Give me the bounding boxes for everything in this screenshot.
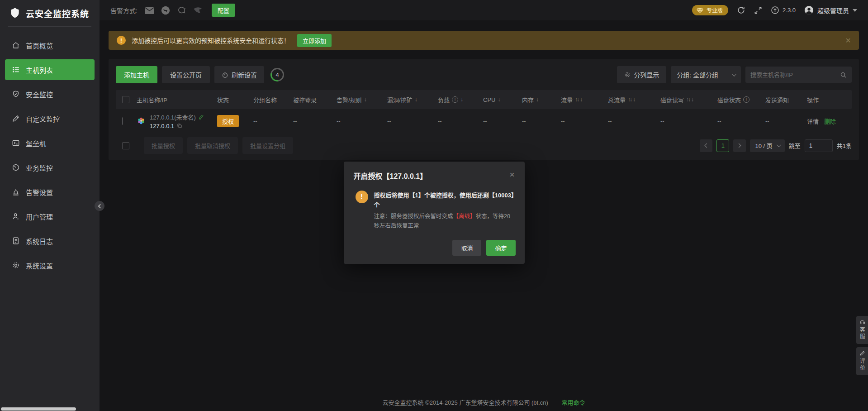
cell-total-traffic: -- <box>608 118 660 124</box>
wechat-icon[interactable] <box>177 6 186 15</box>
sidebar-menu: 首页概览 主机列表 安全监控 自定义监控 堡垒机 业务监控 <box>0 33 100 277</box>
dingtalk-icon[interactable] <box>161 6 170 15</box>
modal-message: 授权后将使用【1】个被控授权，使用后还剩【10003】个 <box>374 191 515 210</box>
delete-link[interactable]: 删除 <box>824 117 836 125</box>
refresh-countdown: 4 <box>270 68 284 81</box>
horizontal-scrollbar-thumb[interactable] <box>1 407 76 411</box>
row-checkbox[interactable] <box>122 117 123 125</box>
authorize-tag-button[interactable]: 授权 <box>217 115 239 127</box>
plan-badge[interactable]: 专业版 <box>692 5 728 15</box>
sidebar-item-home[interactable]: 首页概览 <box>5 35 95 56</box>
version-label: 2.3.0 <box>783 7 796 14</box>
sort-down-icon[interactable]: ↓ <box>498 96 500 103</box>
config-button[interactable]: 配置 <box>212 4 235 17</box>
app-window: 云安全监控系统 首页概览 主机列表 安全监控 自定义监控 堡垒机 <box>0 0 868 411</box>
copy-icon[interactable] <box>177 123 182 129</box>
os-icon <box>137 116 146 125</box>
user-name: 超级管理员 <box>817 6 849 15</box>
batch-cancel-authorize-button[interactable]: 批量取消授权 <box>187 137 238 154</box>
sort-down-icon[interactable]: ↓ <box>460 96 463 103</box>
sidebar-item-business-monitor[interactable]: 业务监控 <box>5 157 95 178</box>
add-now-button[interactable]: 立即添加 <box>297 34 332 47</box>
user-menu[interactable]: 超级管理员 <box>804 5 857 15</box>
sort-updown-icon[interactable]: ↑↓ <box>686 96 690 103</box>
app-logo: 云安全监控系统 <box>0 0 100 26</box>
batch-row: 批量授权 批量取消授权 批量设置分组 1 10 / 页 跳至 共1条 <box>116 137 852 154</box>
page-size-dropdown[interactable]: 10 / 页 <box>750 139 784 152</box>
col-actions: 操作 <box>807 96 852 104</box>
search-icon[interactable] <box>840 72 847 78</box>
refresh-settings-label: 刷新设置 <box>232 70 257 79</box>
feedback-widget[interactable]: 评价 <box>856 347 868 375</box>
sort-updown-icon[interactable]: ↑↓ <box>575 96 579 103</box>
authorize-modal: 开启授权【127.0.0.1】 × ! 授权后将使用【1】个被控授权，使用后还剩… <box>344 162 525 264</box>
notice-close-icon[interactable]: × <box>845 36 851 45</box>
mail-icon[interactable] <box>145 7 154 14</box>
sidebar-item-system-log[interactable]: 系统日志 <box>5 230 95 251</box>
public-page-button[interactable]: 设置公开页 <box>162 66 210 83</box>
current-page[interactable]: 1 <box>716 139 729 152</box>
common-commands-link[interactable]: 常用命令 <box>562 399 585 406</box>
sidebar-item-user-management[interactable]: 用户管理 <box>5 206 95 227</box>
total-count: 共1条 <box>837 141 852 150</box>
detail-link[interactable]: 详情 <box>807 117 819 125</box>
cell-notify: -- <box>765 118 807 124</box>
confirm-button[interactable]: 确定 <box>486 240 515 256</box>
sort-down-icon[interactable]: ↓ <box>580 96 583 103</box>
add-host-button[interactable]: 添加主机 <box>116 66 157 83</box>
alarm-icon <box>12 188 20 196</box>
cell-cpu: -- <box>483 118 522 124</box>
feishu-icon[interactable] <box>193 6 203 14</box>
log-file-icon <box>12 237 20 245</box>
chevron-left-icon <box>98 204 102 208</box>
host-ip: 127.0.0.1 <box>150 123 174 129</box>
sort-down-icon[interactable]: ↓ <box>536 96 539 103</box>
sidebar-item-security[interactable]: 安全监控 <box>5 84 95 105</box>
sidebar-item-label: 主机列表 <box>26 65 53 75</box>
copyright-text: 云安全监控系统 ©2014-2025 广东堡塔安全技术有限公司 (bt.cn) <box>382 399 548 406</box>
pencil-icon <box>12 115 20 123</box>
prev-page-button[interactable] <box>700 139 712 152</box>
search-input[interactable] <box>750 72 840 78</box>
sort-down-icon[interactable]: ↓ <box>691 96 694 103</box>
gauge-icon <box>12 163 20 172</box>
footer: 云安全监控系统 ©2014-2025 广东堡塔安全技术有限公司 (bt.cn) … <box>100 398 868 406</box>
column-display-button[interactable]: 分列显示 <box>617 66 666 83</box>
sort-updown-icon[interactable]: ↑↓ <box>628 96 631 103</box>
sidebar-item-bastion[interactable]: 堡垒机 <box>5 133 95 153</box>
jump-page-input[interactable] <box>805 139 833 152</box>
cell-vuln-mining: -- <box>387 118 438 124</box>
chevron-down-icon <box>732 72 736 76</box>
sidebar-item-system-settings[interactable]: 系统设置 <box>5 255 95 276</box>
support-widget[interactable]: 客服 <box>856 316 868 344</box>
sidebar-item-custom-monitor[interactable]: 自定义监控 <box>5 108 95 129</box>
cancel-button[interactable]: 取消 <box>452 240 481 256</box>
sort-down-icon[interactable]: ↓ <box>364 96 367 103</box>
sidebar-item-host-list[interactable]: 主机列表 <box>5 59 95 80</box>
select-all-checkbox[interactable] <box>122 96 129 103</box>
col-memory: 内存↓ <box>522 96 561 104</box>
sort-down-icon[interactable]: ↓ <box>415 96 417 103</box>
edit-name-icon[interactable] <box>199 114 204 119</box>
search-box <box>745 67 852 83</box>
next-page-button[interactable] <box>733 139 746 152</box>
batch-authorize-button[interactable]: 批量授权 <box>144 137 183 154</box>
version-box[interactable]: 2.3.0 <box>771 6 796 14</box>
avatar-icon <box>804 5 814 15</box>
gear-small-icon <box>624 72 631 78</box>
group-filter-dropdown[interactable]: 分组: 全部分组 <box>671 66 741 83</box>
refresh-settings-button[interactable]: 刷新设置 <box>214 66 264 83</box>
sidebar-item-alert-settings[interactable]: 告警设置 <box>5 182 95 202</box>
sidebar-item-label: 系统设置 <box>26 261 53 270</box>
app-title: 云安全监控系统 <box>26 7 89 19</box>
batch-set-group-button[interactable]: 批量设置分组 <box>242 137 293 154</box>
refresh-icon[interactable] <box>737 6 745 14</box>
modal-close-icon[interactable]: × <box>509 170 514 179</box>
offline-highlight: 【离线】 <box>453 213 476 220</box>
sort-down-icon[interactable]: ↓ <box>633 96 636 103</box>
countdown-value: 4 <box>272 69 283 80</box>
batch-select-checkbox[interactable] <box>122 142 129 149</box>
fullscreen-icon[interactable] <box>754 6 762 14</box>
terminal-icon <box>12 139 20 147</box>
sidebar-collapse-button[interactable] <box>95 201 104 211</box>
